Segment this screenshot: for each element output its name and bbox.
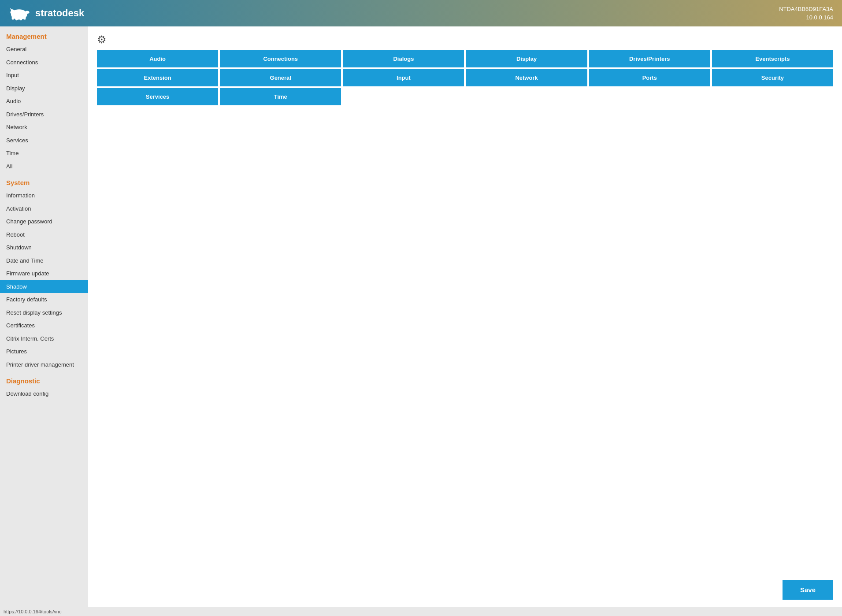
sidebar-item-system[interactable]: Firmware update <box>0 267 88 280</box>
sidebar-item-system[interactable]: Citrix Interm. Certs <box>0 332 88 345</box>
content-header: ⚙ <box>88 26 842 50</box>
category-button[interactable]: Connections <box>220 50 341 67</box>
category-button[interactable]: Security <box>712 69 833 86</box>
sidebar-item-system[interactable]: Factory defaults <box>0 293 88 306</box>
sidebar-item-management[interactable]: All <box>0 160 88 173</box>
sidebar-item-system[interactable]: Certificates <box>0 319 88 332</box>
sidebar-item-management[interactable]: General <box>0 43 88 56</box>
category-button[interactable]: Ports <box>589 69 710 86</box>
category-button[interactable]: Display <box>466 50 587 67</box>
system-section-title: System <box>0 173 88 189</box>
header-logo: stratodesk <box>9 4 84 22</box>
sidebar-item-system[interactable]: Shadow <box>0 280 88 293</box>
category-button[interactable]: Audio <box>97 50 218 67</box>
sidebar-item-management[interactable]: Network <box>0 121 88 134</box>
device-info: NTDA4BB6D91FA3A 10.0.0.164 <box>779 5 833 22</box>
management-items: GeneralConnectionsInputDisplayAudioDrive… <box>0 43 88 173</box>
svg-rect-2 <box>12 16 14 19</box>
category-button[interactable]: Input <box>343 69 464 86</box>
category-button[interactable]: General <box>220 69 341 86</box>
svg-rect-5 <box>23 16 26 19</box>
sidebar-item-management[interactable]: Time <box>0 147 88 160</box>
sidebar-item-system[interactable]: Reset display settings <box>0 306 88 319</box>
sidebar-item-system[interactable]: Printer driver management <box>0 358 88 371</box>
stratodesk-logo-icon <box>9 4 31 22</box>
content-area: ⚙ AudioConnectionsDialogsDisplayDrives/P… <box>88 26 842 607</box>
svg-rect-3 <box>15 17 18 20</box>
save-button[interactable]: Save <box>783 580 833 600</box>
management-section-title: Management <box>0 26 88 43</box>
sidebar-item-management[interactable]: Drives/Printers <box>0 108 88 121</box>
sidebar-item-system[interactable]: Information <box>0 189 88 202</box>
diagnostic-section-title: Diagnostic <box>0 371 88 387</box>
category-button[interactable]: Services <box>97 88 218 105</box>
sidebar-item-management[interactable]: Input <box>0 69 88 82</box>
category-button[interactable]: Dialogs <box>343 50 464 67</box>
sidebar-item-system[interactable]: Reboot <box>0 228 88 241</box>
svg-rect-4 <box>20 17 22 20</box>
device-ip: 10.0.0.164 <box>779 13 833 22</box>
status-bar: https://10.0.0.164/tools/vnc <box>0 607 842 616</box>
content-footer: Save <box>88 573 842 607</box>
sidebar-item-system[interactable]: Change password <box>0 215 88 228</box>
svg-point-8 <box>25 11 30 14</box>
category-button[interactable]: Eventscripts <box>712 50 833 67</box>
category-button[interactable]: Network <box>466 69 587 86</box>
sidebar-item-management[interactable]: Services <box>0 134 88 147</box>
system-items: InformationActivationChange passwordRebo… <box>0 189 88 371</box>
sidebar-item-system[interactable]: Pictures <box>0 345 88 358</box>
category-button[interactable]: Drives/Printers <box>589 50 710 67</box>
status-url: https://10.0.0.164/tools/vnc <box>4 609 61 614</box>
category-button[interactable]: Extension <box>97 69 218 86</box>
brand-name: stratodesk <box>35 7 84 19</box>
buttons-grid: AudioConnectionsDialogsDisplayDrives/Pri… <box>88 50 842 105</box>
sidebar-item-management[interactable]: Audio <box>0 95 88 108</box>
sidebar-item-management[interactable]: Display <box>0 82 88 95</box>
category-button[interactable]: Time <box>220 88 341 105</box>
diagnostic-items: Download config <box>0 387 88 401</box>
header: stratodesk NTDA4BB6D91FA3A 10.0.0.164 <box>0 0 842 26</box>
device-id: NTDA4BB6D91FA3A <box>779 5 833 14</box>
sidebar-item-diagnostic[interactable]: Download config <box>0 387 88 401</box>
main-layout: Management GeneralConnectionsInputDispla… <box>0 26 842 607</box>
sidebar-item-system[interactable]: Date and Time <box>0 254 88 267</box>
sidebar-item-system[interactable]: Shutdown <box>0 241 88 254</box>
sidebar: Management GeneralConnectionsInputDispla… <box>0 26 88 607</box>
settings-gear-icon: ⚙ <box>97 33 107 46</box>
sidebar-item-management[interactable]: Connections <box>0 56 88 69</box>
sidebar-item-system[interactable]: Activation <box>0 202 88 215</box>
